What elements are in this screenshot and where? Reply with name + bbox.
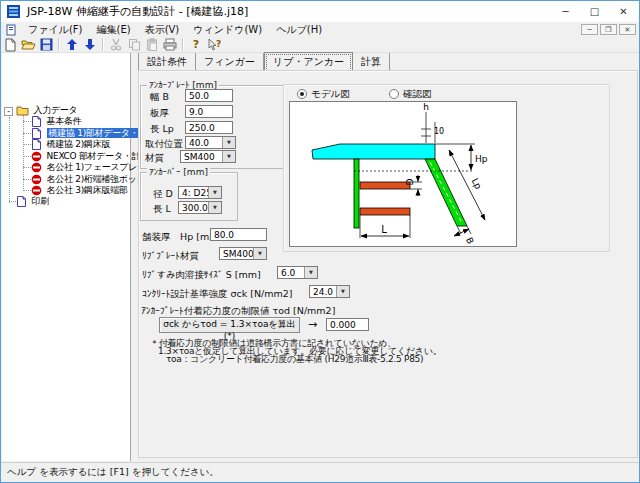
anchor-bar-shape <box>360 208 410 215</box>
menu-edit[interactable]: 編集(E) <box>90 22 138 37</box>
help-icon[interactable]: ? <box>188 37 204 52</box>
move-up-icon[interactable] <box>64 37 80 52</box>
tree-item-print[interactable]: 印刷 <box>16 196 49 207</box>
app-icon <box>6 4 21 19</box>
toolbar-separator <box>102 38 104 51</box>
rib-material-dropdown[interactable]: SM400 ▼ <box>219 247 267 260</box>
tree-item-meikosha-reinforce-box[interactable]: 名公社 2)桁端補強ボックス <box>31 174 154 185</box>
tree-guide-line <box>9 117 10 203</box>
menu-file[interactable]: ファイル(F) <box>21 22 90 37</box>
context-help-icon[interactable]: ? <box>206 37 222 52</box>
tod-result-input[interactable] <box>326 318 369 331</box>
concrete-strength-dropdown[interactable]: 24.0 ▼ <box>309 285 350 298</box>
weld-size-label: ﾘﾌﾞすみ肉溶接ｻｲｽﾞ S [mm] <box>142 269 261 282</box>
minimize-button[interactable]: ─ <box>551 1 580 22</box>
diagram-panel: モデル図 確認図 <box>283 84 610 252</box>
chevron-down-icon[interactable]: ▼ <box>253 248 266 259</box>
copy-icon[interactable] <box>126 37 142 52</box>
rib-plate-shape <box>354 159 359 228</box>
weld-size-dropdown[interactable]: 6.0 ▼ <box>277 266 318 279</box>
document-icon <box>16 196 27 207</box>
pavement-thickness-input[interactable] <box>210 228 267 241</box>
svg-text:Lp: Lp <box>470 177 484 191</box>
anchor-plate-shape <box>425 159 467 226</box>
confirm-figure-label: 確認図 <box>403 88 432 101</box>
maximize-button[interactable]: □ <box>580 1 609 22</box>
chevron-down-icon[interactable]: ▼ <box>336 286 349 297</box>
tree-panel: - 入力データ 基本条件 橋建協 1)部材データ・計算 橋建協 2)鋼床版 <box>2 53 131 461</box>
tree-item-kyokenkyo-steel-deck[interactable]: 橋建協 2)鋼床版 <box>31 139 110 150</box>
tree-item-meikosha-face-plate[interactable]: 名公社 1)フェースプレート <box>31 162 155 173</box>
calc-tod-button[interactable]: σck からτod = 1.3×τoaを算出(*) <box>159 317 300 333</box>
bar-diameter-dropdown[interactable]: 4: D25 ▼ <box>178 186 222 199</box>
chevron-down-icon[interactable]: ▼ <box>222 151 235 162</box>
mdi-minimize-button[interactable]: ─ <box>581 24 598 35</box>
tree-item-nexco-member-data[interactable]: NEXCO 部材データ・計算 <box>31 151 149 162</box>
document-icon <box>31 139 42 150</box>
document-icon <box>5 24 17 36</box>
tree-item-basic-conditions[interactable]: 基本条件 <box>31 116 81 127</box>
title-bar: JSP-18W 伸縮継手の自動設計 - [橋建協.j18] ─ □ ✕ <box>1 1 639 22</box>
model-figure-label: モデル図 <box>311 88 350 101</box>
save-icon[interactable] <box>38 37 54 52</box>
app-window: JSP-18W 伸縮継手の自動設計 - [橋建協.j18] ─ □ ✕ ファイル… <box>0 0 640 483</box>
menu-window[interactable]: ウィンドウ(W) <box>186 22 269 37</box>
chevron-down-icon[interactable]: ▼ <box>222 137 235 148</box>
tree-collapse-toggle[interactable]: - <box>4 107 13 116</box>
status-help-text: ヘルプ を表示するには [F1] を押してください。 <box>7 466 219 479</box>
status-bar: ヘルプ を表示するには [F1] を押してください。 <box>1 462 639 482</box>
chevron-down-icon[interactable]: ▼ <box>304 267 317 278</box>
concrete-strength-label: ｺﾝｸﾘｰﾄ設計基準強度 σck [N/mm2] <box>142 288 293 301</box>
model-figure-radio[interactable] <box>297 89 307 99</box>
document-icon <box>31 116 42 127</box>
paste-icon[interactable] <box>144 37 160 52</box>
mdi-restore-button[interactable]: ❐ <box>600 24 617 35</box>
mdi-close-button[interactable]: ✕ <box>619 24 636 35</box>
svg-text:B: B <box>464 236 476 246</box>
plate-thickness-input[interactable] <box>185 105 233 118</box>
open-icon[interactable] <box>20 37 36 52</box>
document-icon <box>31 128 42 139</box>
tab-calculation[interactable]: 計算 <box>353 53 390 70</box>
plate-length-input[interactable] <box>185 121 233 134</box>
bar-diameter-label: 径 D <box>153 188 173 201</box>
plate-width-label: 幅 B <box>150 91 169 104</box>
svg-text:Hp: Hp <box>475 154 488 164</box>
new-icon[interactable] <box>2 37 18 52</box>
arrow-right-glyph: → <box>308 318 317 331</box>
bar-length-dropdown[interactable]: 300.0 ▼ <box>178 201 222 214</box>
plate-position-dropdown[interactable]: 40.0 ▼ <box>185 136 236 149</box>
plate-width-input[interactable] <box>185 89 233 102</box>
blocked-icon <box>31 151 42 162</box>
menu-view[interactable]: 表示(V) <box>138 22 187 37</box>
tab-design-conditions[interactable]: 設計条件 <box>138 53 196 70</box>
plate-material-label: 材質 <box>145 152 164 165</box>
model-figure-canvas: h 10 Hp Lp D L <box>289 101 517 247</box>
finger-plate-shape <box>312 144 435 159</box>
chevron-down-icon[interactable]: ▼ <box>208 202 221 213</box>
confirm-figure-radio[interactable] <box>389 89 399 99</box>
tree-item-meikosha-deck-end[interactable]: 名公社 3)鋼床版端部 <box>31 185 127 196</box>
menu-help[interactable]: ヘルプ(H) <box>269 22 329 37</box>
tab-finger[interactable]: フィンガー <box>196 53 264 70</box>
close-button[interactable]: ✕ <box>609 1 638 22</box>
svg-text:L: L <box>381 224 387 235</box>
tree-root-input-data[interactable]: 入力データ <box>16 105 78 116</box>
bar-length-label: 長 L <box>153 203 171 216</box>
blocked-icon <box>31 162 42 173</box>
blocked-icon <box>31 174 42 185</box>
toolbar-separator <box>182 38 184 51</box>
toolbar: ? ? <box>1 37 639 53</box>
plate-material-dropdown[interactable]: SM400 ▼ <box>180 150 236 163</box>
bond-note-line3: τoa：コンクリート付着応力度の基本値 (H29道示Ⅲ表-5.2.5 P85) <box>166 353 423 366</box>
cut-icon[interactable] <box>108 37 124 52</box>
print-icon[interactable] <box>162 37 178 52</box>
folder-icon <box>16 105 29 116</box>
model-figure-drawing: h 10 Hp Lp D L <box>290 102 516 246</box>
blocked-icon <box>31 185 42 196</box>
chevron-down-icon[interactable]: ▼ <box>208 187 221 198</box>
svg-text:?: ? <box>216 39 221 49</box>
svg-text:10: 10 <box>434 127 444 136</box>
move-down-icon[interactable] <box>82 37 98 52</box>
anchor-bar-group-title: ｱﾝｶｰﾊﾞｰ [mm] <box>147 167 210 177</box>
